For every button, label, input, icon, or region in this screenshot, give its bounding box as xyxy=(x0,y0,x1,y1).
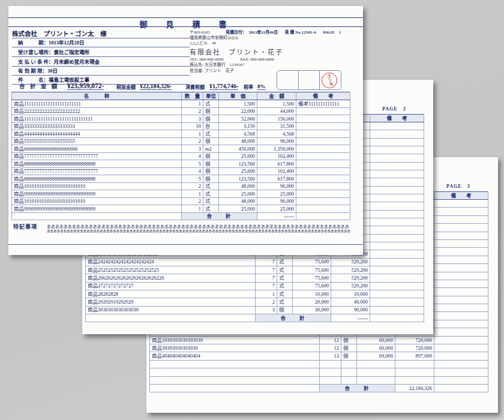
column-header: 金 額 xyxy=(257,92,296,100)
total-amount-cell: ―― xyxy=(331,314,370,322)
items-table-page-1: 名 称数 量単位単 価金 額備 考商品111111111111111111111… xyxy=(11,92,350,220)
item-cell: 25,600 xyxy=(219,152,257,160)
item-cell: 90,000 xyxy=(331,306,370,314)
item-cell: 720,000 xyxy=(395,336,434,344)
item-cell xyxy=(357,368,395,376)
item-cell xyxy=(341,368,357,376)
title-rule-bottom xyxy=(8,26,363,27)
item-cell: 529,200 xyxy=(331,274,370,282)
grand-total-value: ¥23,959,072- xyxy=(67,82,104,90)
item-cell: 75,600 xyxy=(293,274,331,282)
item-cell: 52,000 xyxy=(219,115,257,123)
page-number-label: PAGE 2 xyxy=(382,105,406,112)
item-cell xyxy=(296,115,350,123)
item-row: 商品88888888888888888888888888885個123,5606… xyxy=(12,160,350,168)
item-cell xyxy=(434,312,488,320)
item-cell: 25,000 xyxy=(219,190,257,198)
item-cell: 個 xyxy=(341,336,357,344)
item-cell xyxy=(370,138,424,146)
item-cell: 48,000 xyxy=(219,137,257,145)
item-cell: 2 xyxy=(182,107,203,115)
item-cell: 96,000 xyxy=(257,137,296,145)
item-cell xyxy=(370,298,424,306)
item-cell xyxy=(370,130,424,138)
item-cell: 48,000 xyxy=(219,182,257,190)
item-cell: 25,000 xyxy=(257,190,296,198)
item-cell xyxy=(370,258,424,266)
tax-label: 消費税額 xyxy=(185,83,205,90)
item-cell xyxy=(296,160,350,168)
item-cell: 25,000 xyxy=(257,205,296,213)
totals-row: 合 計 金 額 ¥23,959,072- 税抜金額 ¥22,184,326- 消… xyxy=(12,82,359,91)
item-row: 商品40404040404040413個69,000897,000 xyxy=(150,352,488,360)
total-empty-cell xyxy=(86,314,256,322)
item-cell xyxy=(370,226,424,234)
item-cell xyxy=(395,360,434,368)
item-cell: 4,568 xyxy=(257,130,296,138)
item-cell: 1 xyxy=(182,100,203,108)
item-row: 商品292929192929292式20,00040,000 xyxy=(86,298,424,306)
item-cell xyxy=(150,368,320,376)
total-empty-cell xyxy=(150,384,320,392)
page-number-label: PAGE 3 xyxy=(446,182,470,189)
footer-rule xyxy=(8,244,363,245)
item-cell xyxy=(341,376,357,384)
column-header: 備 考 xyxy=(370,115,424,122)
item-cell: 529,200 xyxy=(331,282,370,290)
item-cell xyxy=(434,215,488,223)
item-row: 商品555555555555555555552個48,00096,000 xyxy=(12,137,350,145)
item-cell: 897,000 xyxy=(395,352,434,360)
item-cell xyxy=(370,250,424,258)
item-cell xyxy=(370,210,424,218)
item-cell: 商品8888888888888888888888888888 xyxy=(12,175,182,183)
field-label: 納 期 xyxy=(18,38,44,47)
item-cell: 25,000 xyxy=(219,205,257,213)
document-title: 御 見 積 書 xyxy=(8,18,363,29)
item-row: 商品1111111111111111111111111式1,5001,500備考… xyxy=(12,100,350,108)
item-cell: 48,000 xyxy=(219,197,257,205)
item-cell xyxy=(370,266,424,274)
column-header: 単位 xyxy=(203,92,219,100)
item-cell xyxy=(296,122,350,130)
item-cell: 商品11111111111111111111111111111 xyxy=(12,115,182,123)
item-cell: 式 xyxy=(277,282,293,290)
seller-address-2: △△△ビル 4F xyxy=(190,41,283,46)
item-cell: 7 xyxy=(256,258,277,266)
item-cell: 商品101010101010101010101010 xyxy=(12,197,182,205)
item-cell: 7 xyxy=(256,274,277,282)
item-cell: 617,800 xyxy=(257,175,296,183)
item-row: 商品30303030303030303個30,00090,000 xyxy=(86,306,424,314)
item-cell: 102,400 xyxy=(257,152,296,160)
seller-contact: 担当者: プリント 花子 xyxy=(190,68,283,74)
item-cell: 個 xyxy=(341,344,357,352)
item-row xyxy=(150,368,488,376)
item-cell: 商品111111111111111111111111 xyxy=(12,100,182,108)
item-cell: 96,000 xyxy=(257,182,296,190)
item-cell: m2 xyxy=(203,145,219,153)
item-cell xyxy=(357,360,395,368)
item-row xyxy=(150,360,488,368)
special-notes-line-2: ああああああああああああああああああああああああああああああああああああああああ… xyxy=(47,229,350,233)
field-label: 受け渡し場所 xyxy=(18,48,49,56)
item-cell xyxy=(320,360,341,368)
item-row: 商品393939393939393912個60,000720,000 xyxy=(150,336,488,344)
item-cell xyxy=(341,360,357,368)
item-cell xyxy=(434,344,488,352)
item-cell: 22,000 xyxy=(219,107,257,115)
item-cell: 商品28282828 xyxy=(86,290,256,298)
item-cell: 商品4444444444444444444444 xyxy=(12,130,182,138)
total-row: 合 計―― xyxy=(86,314,424,322)
item-cell: 2 xyxy=(182,197,203,205)
item-cell: 商品9999999999999999999999999999 xyxy=(12,190,182,198)
item-row: 商品111111111111111111111111111113個52,0001… xyxy=(12,115,350,123)
item-cell xyxy=(434,272,488,280)
item-row: 商品1010101010101010101010102式48,00096,000 xyxy=(12,197,350,205)
item-cell: 個 xyxy=(203,115,219,123)
seller-postal: 〒963-0105 xyxy=(190,30,283,35)
item-cell xyxy=(370,146,424,154)
item-cell: 式 xyxy=(203,190,219,198)
item-cell xyxy=(296,205,350,213)
item-cell: 商品26626262626262626262626226 xyxy=(86,274,256,282)
item-cell xyxy=(434,280,488,287)
field-payment-terms: 支 払 い 条 件 ：月末締め翌月末現金 xyxy=(12,58,190,67)
